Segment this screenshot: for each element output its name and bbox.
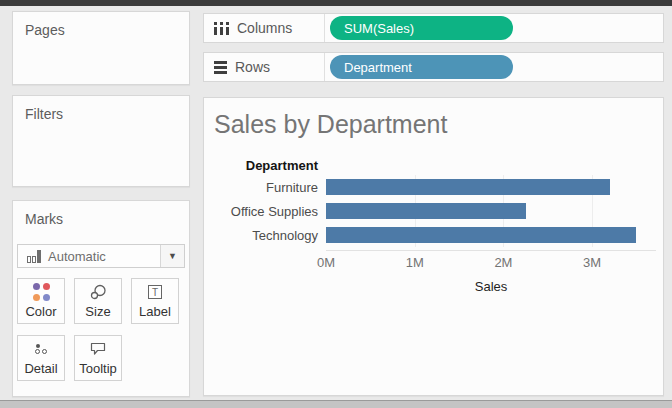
axis-tick: 0M bbox=[317, 255, 335, 270]
chart-view: Sales by Department Department Furniture… bbox=[203, 97, 664, 396]
bar-track bbox=[326, 227, 656, 243]
chart-row: Furniture bbox=[213, 175, 656, 199]
chart-row: Office Supplies bbox=[213, 199, 656, 223]
caret-down-icon: ▼ bbox=[168, 251, 177, 261]
bar-track bbox=[326, 179, 656, 195]
axis-tick: 1M bbox=[406, 255, 424, 270]
color-icon bbox=[33, 283, 50, 301]
axis-tick: 3M bbox=[583, 255, 601, 270]
rows-shelf-header: Rows bbox=[204, 53, 325, 81]
columns-shelf[interactable]: Columns SUM(Sales) bbox=[203, 13, 664, 43]
columns-label: Columns bbox=[237, 20, 292, 36]
marks-card: Marks Automatic ▼ Color Size T Label bbox=[12, 200, 190, 397]
dropdown-caret-button[interactable]: ▼ bbox=[160, 245, 184, 267]
columns-shelf-header: Columns bbox=[204, 14, 325, 42]
category-label: Technology bbox=[213, 228, 326, 243]
pages-label: Pages bbox=[13, 12, 189, 38]
bar-chart-icon bbox=[27, 250, 41, 263]
category-label: Furniture bbox=[213, 180, 326, 195]
rows-label: Rows bbox=[235, 59, 270, 75]
mark-type-current[interactable]: Automatic bbox=[18, 249, 160, 264]
axis-tick: 2M bbox=[494, 255, 512, 270]
x-axis-ticks: 0M1M2M3M bbox=[326, 251, 656, 271]
top-bar bbox=[0, 0, 672, 6]
detail-icon bbox=[35, 340, 47, 358]
bottom-bar bbox=[0, 400, 672, 408]
chart-row: Technology bbox=[213, 223, 656, 247]
rows-pill[interactable]: Department bbox=[330, 55, 513, 79]
rows-icon bbox=[214, 61, 227, 74]
pages-shelf[interactable]: Pages bbox=[12, 11, 190, 85]
size-icon bbox=[89, 283, 107, 301]
bar-chart: Department FurnitureOffice SuppliesTechn… bbox=[213, 155, 656, 294]
bar-office-supplies[interactable] bbox=[326, 203, 526, 219]
bar-technology[interactable] bbox=[326, 227, 636, 243]
plot-area: FurnitureOffice SuppliesTechnology bbox=[213, 175, 656, 247]
columns-pill[interactable]: SUM(Sales) bbox=[330, 16, 513, 40]
label-button[interactable]: T Label bbox=[131, 278, 179, 324]
bar-furniture[interactable] bbox=[326, 179, 610, 195]
mark-type-dropdown[interactable]: Automatic ▼ bbox=[17, 244, 185, 268]
bar-track bbox=[326, 203, 656, 219]
columns-icon bbox=[214, 21, 229, 35]
chart-title: Sales by Department bbox=[214, 110, 663, 138]
category-label: Office Supplies bbox=[213, 204, 326, 219]
detail-button[interactable]: Detail bbox=[17, 335, 65, 381]
size-button[interactable]: Size bbox=[74, 278, 122, 324]
tooltip-icon bbox=[89, 340, 107, 358]
marks-label: Marks bbox=[13, 201, 189, 227]
category-header: Department bbox=[213, 158, 326, 173]
filters-label: Filters bbox=[13, 96, 189, 122]
rows-shelf[interactable]: Rows Department bbox=[203, 52, 664, 82]
text-label-icon: T bbox=[148, 283, 162, 301]
mark-type-value: Automatic bbox=[48, 249, 106, 264]
color-button[interactable]: Color bbox=[17, 278, 65, 324]
x-axis-title: Sales bbox=[326, 279, 656, 294]
tooltip-button[interactable]: Tooltip bbox=[74, 335, 122, 381]
filters-shelf[interactable]: Filters bbox=[12, 95, 190, 187]
